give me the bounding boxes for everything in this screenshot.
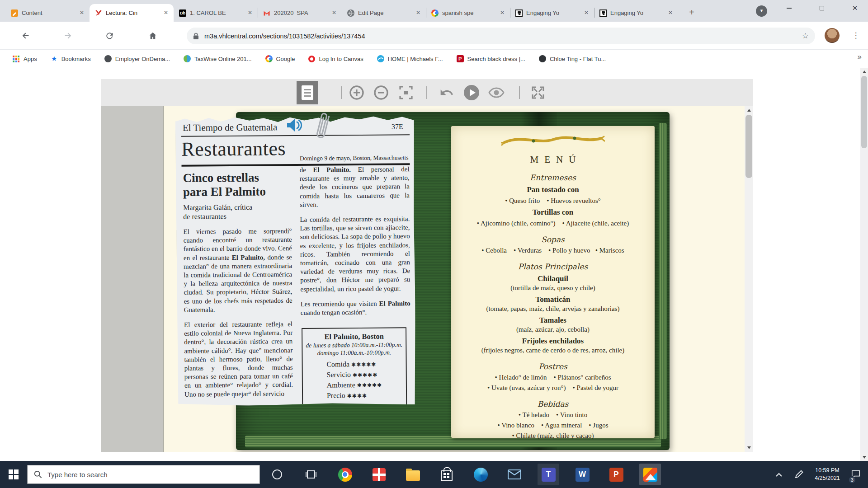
close-icon[interactable]: ✕ — [498, 9, 506, 17]
zoom-out-button[interactable] — [372, 84, 390, 102]
toolbar-separator — [341, 86, 342, 99]
taskbar-chrome-button[interactable] — [334, 464, 356, 485]
tray-overflow-button[interactable] — [771, 461, 787, 488]
taskbar-edge-button[interactable] — [470, 464, 491, 485]
close-window-button[interactable]: ✕ — [842, 0, 868, 16]
taskbar-file-explorer-button[interactable] — [402, 464, 424, 485]
taskbar-gift-app-button[interactable] — [368, 464, 390, 485]
bookmark-apps[interactable]: Apps — [13, 55, 37, 62]
fit-view-button[interactable] — [397, 84, 415, 102]
taskbar-teams-button[interactable]: T — [538, 464, 559, 485]
bookmark-label: Chloe Ting - Flat Tu... — [550, 56, 606, 62]
taskbar-search-input[interactable]: Type here to search — [27, 465, 260, 484]
bookmark-taxwise[interactable]: TaxWise Online 201... — [184, 55, 251, 62]
scroll-up-button[interactable] — [745, 106, 753, 114]
maximize-button[interactable] — [809, 0, 835, 16]
tab-strip: Content ✕ Lectura: Cin ✕ Bb 1. CAROL BE … — [0, 0, 868, 22]
menu-item-title: Tortillas con — [458, 208, 648, 217]
rating-stars: ✱✱✱✱✱ — [353, 372, 377, 378]
taxwise-favicon-icon — [184, 55, 191, 62]
start-button[interactable] — [0, 461, 27, 488]
menu-item-title: Tomaticán — [458, 295, 648, 304]
taskbar-photos-button[interactable] — [639, 464, 661, 485]
home-button[interactable] — [144, 27, 161, 44]
taskbar-word-button[interactable]: W — [571, 464, 593, 485]
forward-button[interactable] — [59, 27, 76, 44]
action-center-button[interactable]: 3 — [848, 461, 863, 488]
browser-menu-button[interactable]: ⋮ — [849, 27, 863, 44]
scrollbar-thumb[interactable] — [745, 115, 752, 178]
close-icon[interactable]: ✕ — [666, 9, 675, 17]
canvas-favicon-icon — [308, 56, 315, 62]
bold-restaurant-name: El Palmito, — [232, 253, 265, 261]
close-icon[interactable]: ✕ — [330, 9, 338, 17]
back-button[interactable] — [17, 27, 34, 44]
menu-item-options: • Cebolla • Verduras • Pollo y huevo • M… — [458, 247, 648, 254]
tab-carol[interactable]: Bb 1. CAROL BE ✕ — [174, 4, 258, 22]
tab-menu-button[interactable]: ▾ — [756, 5, 767, 17]
newspaper-page-number: 37E — [392, 122, 403, 131]
cortana-button[interactable] — [266, 461, 288, 488]
taskbar-powerpoint-button[interactable]: P — [605, 464, 627, 485]
menu-item-options: • Queso frito • Huevos revueltos° — [458, 197, 648, 205]
close-icon[interactable]: ✕ — [414, 9, 422, 17]
windows-ink-button[interactable] — [791, 461, 807, 488]
back-icon — [21, 31, 31, 41]
paragraph-text: de — [300, 166, 313, 174]
chrome-icon — [338, 468, 352, 482]
tab-content[interactable]: Content ✕ — [5, 4, 90, 22]
article-column-1: Cinco estrellas para El Palmito Margarit… — [183, 170, 293, 399]
tab-engaging-2[interactable]: Engaging Yo ✕ — [594, 4, 678, 22]
new-tab-button[interactable]: + — [685, 6, 698, 19]
play-audio-button[interactable] — [462, 84, 481, 102]
fullscreen-button[interactable] — [529, 84, 547, 102]
bookmark-bookmarks[interactable]: ★ Bookmarks — [51, 55, 91, 62]
close-icon[interactable]: ✕ — [582, 9, 590, 17]
bookmarks-overflow-button[interactable]: » — [858, 52, 862, 61]
speaker-icon — [286, 117, 304, 133]
zoom-in-icon — [349, 85, 364, 100]
tab-lectura-active[interactable]: Lectura: Cin ✕ — [90, 4, 174, 22]
bookmark-employer[interactable]: Employer OnDema... — [104, 55, 170, 62]
taskbar-store-button[interactable] — [436, 464, 458, 485]
reset-button[interactable] — [438, 84, 456, 102]
bookmark-chloe-ting[interactable]: Chloe Ting - Flat Tu... — [539, 55, 606, 62]
tab-engaging-1[interactable]: Engaging Yo ✕ — [510, 4, 594, 22]
audio-speaker-button[interactable] — [286, 117, 304, 133]
tab-spanish-search[interactable]: spanish spe ✕ — [426, 4, 510, 22]
menu-item-options: • Té helado • Vino tinto — [458, 411, 648, 419]
tab-title: Engaging Yo — [526, 9, 582, 16]
bookmark-canvas[interactable]: Log In to Canvas — [308, 56, 363, 62]
bookmark-label: Bookmarks — [61, 56, 91, 62]
taskbar-mail-button[interactable] — [504, 464, 525, 485]
scroll-down-button[interactable] — [860, 453, 868, 461]
tab-edit-page[interactable]: Edit Page ✕ — [342, 4, 426, 22]
bookmark-google[interactable]: Google — [265, 55, 295, 62]
menu-item-options: • Chilate (maíz, chile y cacao) — [458, 432, 648, 440]
zoom-in-button[interactable] — [348, 84, 366, 102]
google-favicon-icon — [265, 55, 273, 62]
scroll-up-button[interactable] — [860, 68, 868, 76]
reload-button[interactable] — [101, 27, 118, 44]
minimize-button[interactable] — [776, 0, 802, 16]
bookmark-star-icon[interactable]: ☆ — [802, 31, 809, 41]
activity-scrollbar[interactable] — [745, 106, 753, 452]
taskbar-clock[interactable]: 10:59 PM 4/25/2021 — [811, 467, 844, 482]
bookmark-michaels[interactable]: HOME | Michaels F... — [377, 55, 443, 62]
page-view-button[interactable] — [297, 81, 318, 104]
notification-badge: 3 — [849, 476, 856, 483]
scroll-down-button[interactable] — [745, 444, 753, 452]
show-answers-button[interactable] — [487, 84, 505, 102]
browser-scrollbar[interactable] — [860, 68, 868, 461]
task-view-button[interactable] — [300, 461, 322, 488]
close-icon[interactable]: ✕ — [246, 9, 254, 17]
rating-row: Precio ✱✱✱✱ — [327, 390, 382, 401]
restaurant-menu-page: MENÚ Entremeses Pan tostado con • Queso … — [451, 126, 655, 438]
bookmark-black-dress[interactable]: P Search black dress |... — [457, 55, 525, 62]
close-icon[interactable]: ✕ — [78, 9, 86, 17]
address-bar[interactable]: m3a.vhlcentral.com/sections/1031582/acti… — [187, 28, 815, 44]
close-icon[interactable]: ✕ — [162, 9, 170, 17]
tab-gmail[interactable]: 202020_SPA ✕ — [258, 4, 342, 22]
scrollbar-thumb[interactable] — [861, 76, 867, 148]
profile-avatar[interactable] — [825, 28, 840, 43]
